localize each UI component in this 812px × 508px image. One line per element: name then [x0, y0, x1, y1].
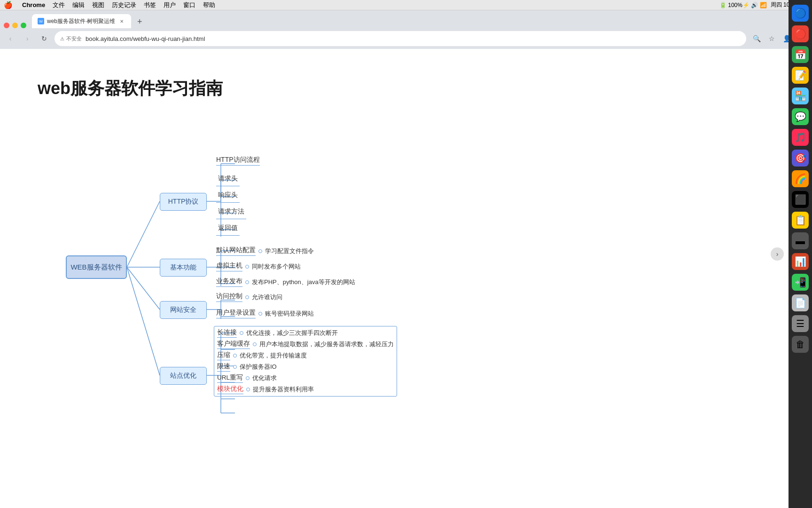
page-content: web服务器软件学习指南: [0, 49, 634, 472]
sec-access-desc: 允许谁访问: [252, 293, 282, 302]
leaf-response-header: 响应头: [216, 189, 240, 203]
reload-button[interactable]: ↻: [38, 32, 51, 45]
active-tab[interactable]: W web服务器软件·树明聚运维 ✕: [32, 14, 131, 28]
svg-line-0: [127, 201, 160, 267]
category-basic: 基本功能: [160, 259, 207, 277]
url-text: book.ayitula.com/webfu-wu-qi-ruan-jian.h…: [86, 35, 205, 42]
menu-help[interactable]: 帮助: [203, 1, 215, 9]
lock-icon: ⚠: [60, 36, 64, 41]
menu-window[interactable]: 窗口: [183, 1, 195, 9]
mindmap: WEB服务器软件 HTTP协议 HTTP访问流程 请求头 响应头 请求方法 返回…: [38, 124, 461, 429]
dot-1: [258, 249, 262, 253]
address-input[interactable]: ⚠ 不安全 book.ayitula.com/webfu-wu-qi-ruan-…: [55, 31, 746, 46]
opt-cache: 客户端缓存 用户本地提取数据，减少服务器请求数，减轻压力: [217, 340, 394, 349]
category-security: 网站安全: [160, 301, 207, 319]
search-button[interactable]: 🔍: [750, 32, 763, 45]
basic-default-desc: 学习配置文件指令: [265, 247, 314, 255]
tab-bar: W web服务器软件·树明聚运维 ✕ +: [0, 10, 812, 28]
leaf-request-header: 请求头: [216, 172, 240, 186]
dock-icon-music[interactable]: 🎵: [792, 129, 809, 146]
central-node: WEB服务器软件: [66, 255, 127, 279]
dock-icon-blank1: ▬: [792, 232, 809, 249]
dock-icon-calendar[interactable]: 📅: [792, 46, 809, 63]
opt-urlrewrite: URL重写 优化请求: [217, 373, 394, 383]
page-title: web服务器软件学习指南: [38, 77, 597, 100]
minimize-button[interactable]: [12, 23, 18, 28]
menu-user[interactable]: 用户: [164, 1, 176, 9]
dock-icon-notes[interactable]: 📝: [792, 67, 809, 84]
tab-favicon: W: [38, 18, 44, 24]
dock-icon-lines: ☰: [792, 315, 809, 332]
opt-module: 模块优化 提升服务器资料利用率: [217, 385, 394, 394]
address-bar: ‹ › ↻ ⚠ 不安全 book.ayitula.com/webfu-wu-qi…: [0, 28, 812, 49]
dot-2: [245, 265, 249, 269]
menu-file[interactable]: 文件: [53, 1, 65, 9]
close-button[interactable]: [4, 23, 9, 28]
next-page-arrow[interactable]: ›: [771, 247, 784, 261]
leaf-request-method: 请求方法: [216, 205, 246, 219]
right-sidebar: 🔵 🔴 📅 📝 🏪 💬 🎵 🎯 🌈 ⬛ 📋 ▬ 📊 📲 📄 ☰ 🗑: [789, 0, 812, 508]
dock-icon-notes2[interactable]: 📋: [792, 212, 809, 229]
menu-bookmarks[interactable]: 书签: [144, 1, 156, 9]
basic-default-label: 默认网站配置: [216, 246, 256, 256]
sec-access-label: 访问控制: [216, 292, 242, 302]
sec-login-label: 用户登录设置: [216, 309, 256, 318]
traffic-lights: [4, 23, 26, 28]
dock-icon-finder[interactable]: 🔵: [792, 5, 809, 22]
dock-icon-green[interactable]: 📲: [792, 274, 809, 291]
apple-menu[interactable]: 🍎: [4, 1, 13, 9]
dock-icon-terminal[interactable]: ⬛: [792, 191, 809, 208]
browser-frame: W web服务器软件·树明聚运维 ✕ + ‹ › ↻ ⚠ 不安全 book.ay…: [0, 10, 812, 49]
opt-limit: 限速 保护服务器IO: [217, 362, 394, 372]
security-text: 不安全: [66, 35, 82, 42]
tab-title: web服务器软件·树明聚运维: [47, 17, 115, 25]
menu-edit[interactable]: 编辑: [72, 1, 85, 9]
dot-5: [258, 312, 262, 316]
dock-icon-chrome[interactable]: 🔴: [792, 25, 809, 42]
back-button[interactable]: ‹: [4, 32, 17, 45]
basic-deploy-desc: 发布PHP、python、java等开发的网站: [252, 278, 355, 286]
system-status: 🔋 100%⚡ 🔊 📶: [719, 2, 767, 8]
category-http: HTTP协议: [160, 193, 207, 211]
basic-vhost-label: 虚拟主机: [216, 262, 242, 271]
http-main-label: HTTP访问流程: [216, 156, 260, 166]
dock-icon-trash[interactable]: 🗑: [792, 336, 809, 353]
svg-line-3: [127, 267, 160, 375]
basic-vhost-desc: 同时发布多个网站: [252, 262, 301, 271]
dock-icon-siri[interactable]: 🎯: [792, 150, 809, 167]
fullscreen-button[interactable]: [21, 23, 26, 28]
category-optimize: 站点优化: [160, 367, 207, 385]
forward-button[interactable]: ›: [21, 32, 34, 45]
dock-icon-doc[interactable]: 📄: [792, 294, 809, 311]
svg-line-2: [127, 267, 160, 310]
dot-4: [245, 295, 249, 299]
menu-history[interactable]: 历史记录: [112, 1, 136, 9]
new-tab-button[interactable]: +: [133, 15, 146, 28]
basic-deploy-label: 业务发布: [216, 277, 242, 287]
dock-icon-photos[interactable]: 🌈: [792, 170, 809, 187]
opt-keepalive: 长连接 优化连接，减少三次握手四次断开: [217, 328, 394, 338]
dock-icon-appstore[interactable]: 🏪: [792, 87, 809, 104]
security-badge: ⚠ 不安全: [60, 35, 82, 42]
dock-icon-ppt[interactable]: 📊: [792, 253, 809, 270]
dot-3: [245, 280, 249, 284]
dock-icon-messages[interactable]: 💬: [792, 108, 809, 125]
sec-login-desc: 账号密码登录网站: [265, 310, 314, 318]
menu-chrome[interactable]: Chrome: [22, 1, 45, 8]
bookmark-button[interactable]: ☆: [765, 32, 778, 45]
menu-view[interactable]: 视图: [92, 1, 104, 9]
opt-compress: 压缩 优化带宽，提升传输速度: [217, 351, 394, 360]
tab-close-button[interactable]: ✕: [118, 17, 125, 25]
menu-bar: 🍎 Chrome 文件 编辑 视图 历史记录 书签 用户 窗口 帮助 🔋 100…: [0, 0, 812, 10]
leaf-return-value: 返回值: [216, 222, 240, 236]
